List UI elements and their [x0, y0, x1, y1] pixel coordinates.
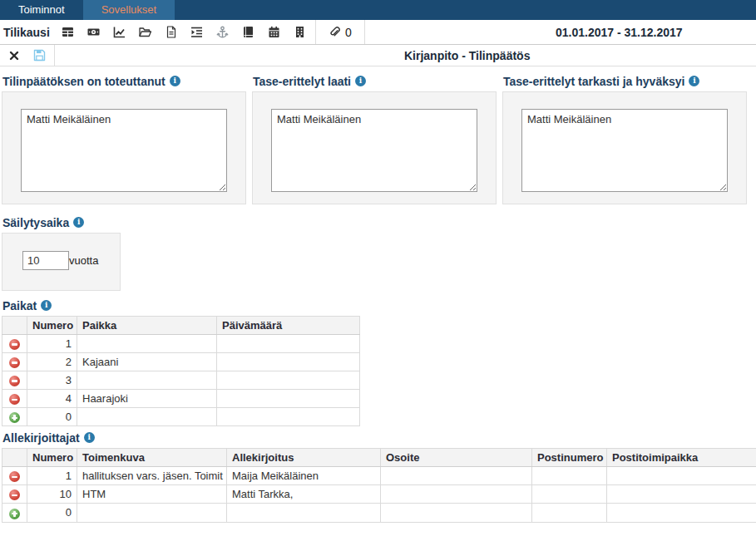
add-row-icon[interactable]	[9, 412, 20, 423]
tab-toiminnot[interactable]: Toiminnot	[0, 0, 83, 20]
cell-numero[interactable]: 0	[27, 504, 77, 522]
retention-label: Säilytysaika	[2, 216, 69, 229]
paikat-header-row: Numero Paikka Päivämäärä	[2, 317, 360, 335]
cell-numero[interactable]: 10	[27, 485, 77, 504]
section-panel: Matti Meikäläinen	[252, 91, 497, 204]
column-header: Paikka	[77, 317, 217, 335]
table-row: 4 Haarajoki	[2, 390, 360, 408]
tarkasti-textarea[interactable]: Matti Meikäläinen	[521, 109, 728, 192]
cell-postitoimipaikka[interactable]	[607, 504, 756, 522]
banknote-icon	[87, 26, 100, 38]
toolbar-divider	[315, 20, 316, 44]
paperclip-icon	[329, 26, 341, 38]
toolbar-button-line-chart[interactable]	[106, 20, 132, 45]
building-icon	[294, 26, 306, 38]
cell-postitoimipaikka[interactable]	[607, 467, 756, 485]
column-header: Päivämäärä	[217, 317, 360, 335]
toolbar-button-indent[interactable]	[184, 20, 210, 45]
info-icon[interactable]	[689, 76, 699, 86]
cell-postinumero[interactable]	[532, 467, 607, 485]
remove-row-icon[interactable]	[9, 339, 20, 350]
retention-years-input[interactable]	[22, 251, 69, 270]
cell-postitoimipaikka[interactable]	[607, 485, 756, 504]
cell-osoite[interactable]	[381, 467, 532, 485]
cell-paivamaara[interactable]	[217, 371, 360, 390]
toolbar-button-folder-open[interactable]	[132, 20, 158, 45]
info-icon[interactable]	[73, 217, 84, 228]
retention-heading: Säilytysaika	[2, 214, 756, 230]
table-row-new: 0	[2, 504, 756, 522]
info-icon[interactable]	[355, 76, 366, 86]
remove-row-icon[interactable]	[9, 376, 20, 386]
save-button[interactable]	[27, 45, 52, 66]
tilikausi-label: Tilikausi	[0, 26, 55, 39]
action-column-header	[2, 449, 27, 467]
toolbar-button-building[interactable]	[287, 20, 313, 45]
section-heading: Tase-erittelyt tarkasti ja hyväksyi	[502, 73, 747, 89]
section-label: Tase-erittelyt laati	[253, 75, 351, 88]
cell-paikka[interactable]: Haarajoki	[77, 390, 217, 408]
cell-toimenkuva[interactable]	[77, 504, 227, 522]
remove-row-icon[interactable]	[9, 357, 20, 368]
info-icon[interactable]	[41, 300, 52, 311]
table-row: 1 hallituksen vars. jäsen. Toimit Maija …	[2, 467, 756, 485]
remove-row-icon[interactable]	[9, 489, 20, 500]
cell-osoite[interactable]	[381, 485, 532, 504]
toolbar-button-book[interactable]	[235, 20, 261, 45]
table-row: 3	[2, 371, 360, 390]
tilikausi-toolbar: Tilikausi	[0, 20, 756, 45]
retention-unit-label: vuotta	[69, 251, 98, 270]
remove-row-icon[interactable]	[9, 471, 20, 482]
cell-paivamaara[interactable]	[217, 335, 360, 353]
document-icon	[165, 26, 177, 38]
toteuttanut-textarea[interactable]: Matti Meikäläinen	[21, 109, 227, 192]
cell-numero[interactable]: 3	[27, 371, 77, 390]
cell-paivamaara[interactable]	[217, 390, 360, 408]
info-icon[interactable]	[84, 432, 95, 443]
table-row: 2 Kajaani	[2, 353, 360, 371]
cell-paikka[interactable]	[77, 371, 217, 390]
table-row: 1	[2, 335, 360, 353]
cell-numero[interactable]: 4	[27, 390, 77, 408]
tab-sovellukset[interactable]: Sovellukset	[83, 0, 175, 20]
cell-paivamaara[interactable]	[217, 353, 360, 371]
toolbar-button-table[interactable]	[55, 20, 81, 45]
cell-paikka[interactable]	[77, 335, 217, 353]
toolbar-button-document[interactable]	[158, 20, 184, 45]
paikat-table: Numero Paikka Päivämäärä 1 2 Kajaani	[2, 316, 360, 426]
cell-paivamaara[interactable]	[217, 408, 360, 426]
info-icon[interactable]	[170, 76, 180, 86]
cell-numero[interactable]: 2	[27, 353, 77, 371]
table-icon	[62, 26, 74, 38]
cell-allekirjoitus[interactable]: Matti Tarkka,	[227, 485, 381, 504]
laati-textarea[interactable]: Matti Meikäläinen	[271, 109, 477, 192]
toolbar-button-banknote[interactable]	[81, 20, 106, 45]
cell-allekirjoitus[interactable]: Maija Meikäläinen	[227, 467, 381, 485]
cell-osoite[interactable]	[381, 504, 532, 522]
paikat-label: Paikat	[2, 299, 37, 312]
cell-numero[interactable]: 1	[27, 335, 77, 353]
close-button[interactable]	[2, 45, 27, 66]
allekirjoittajat-table: Numero Toimenkuva Allekirjoitus Osoite P…	[2, 448, 756, 522]
section-heading: Tase-erittelyt laati	[252, 73, 497, 89]
toolbar-button-anchor[interactable]	[210, 20, 235, 45]
cell-postinumero[interactable]	[532, 485, 607, 504]
form-content: Tilinpäätöksen on toteuttanut Matti Meik…	[0, 66, 756, 523]
allekirjoittajat-heading: Allekirjoittajat	[2, 430, 756, 445]
toolbar-button-calendar[interactable]	[261, 20, 287, 45]
section-label: Tase-erittelyt tarkasti ja hyväksyi	[503, 75, 684, 88]
section-heading: Tilinpäätöksen on toteuttanut	[2, 73, 246, 89]
cell-paikka[interactable]: Kajaani	[77, 353, 217, 371]
add-row-icon[interactable]	[9, 509, 20, 519]
remove-row-icon[interactable]	[9, 394, 20, 405]
cell-numero[interactable]: 1	[27, 467, 77, 485]
cell-toimenkuva[interactable]: hallituksen vars. jäsen. Toimit	[77, 467, 227, 485]
cell-numero[interactable]: 0	[27, 408, 77, 426]
column-header: Allekirjoitus	[227, 449, 381, 467]
cell-postinumero[interactable]	[532, 504, 607, 522]
indent-icon	[190, 26, 203, 38]
cell-toimenkuva[interactable]: HTM	[77, 485, 227, 504]
cell-allekirjoitus[interactable]	[227, 504, 381, 522]
toolbar-button-attachments[interactable]: 0	[319, 20, 362, 45]
cell-paikka[interactable]	[77, 408, 217, 426]
